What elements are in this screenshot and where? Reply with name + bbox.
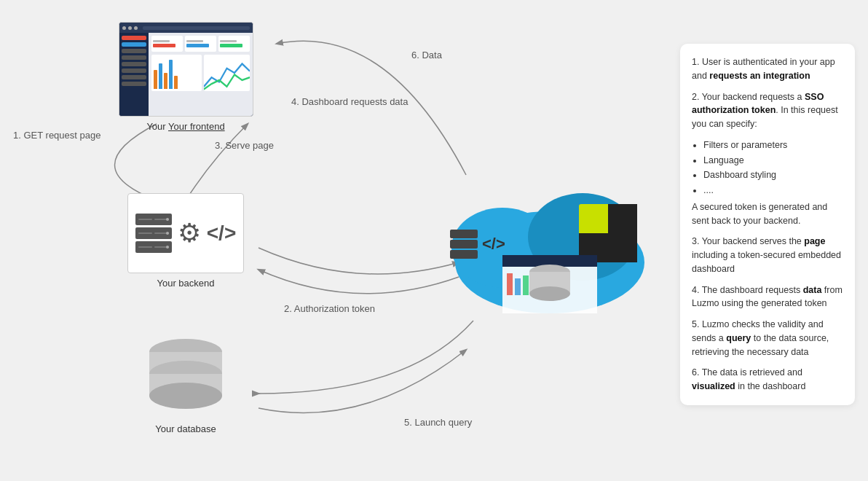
svg-rect-9: [515, 278, 521, 295]
svg-point-16: [529, 286, 570, 301]
backend-icon: ⚙ </>: [127, 193, 244, 273]
info-item4: 4. The dashboard requests data from Luzm…: [692, 283, 843, 311]
bullet-language: Language: [703, 154, 843, 168]
diagram-container: 1. GET request page 2. Authorization tok…: [0, 0, 868, 481]
info-bullets: Filters or parameters Language Dashboard…: [703, 138, 843, 198]
step4-label: 4. Dashboard requests data: [291, 96, 408, 107]
info-item5: 5. Luzmo checks the validity and sends a…: [692, 318, 843, 359]
info-item6: 6. The data is retrieved and visualized …: [692, 366, 843, 394]
step3-label: 3. Serve page: [215, 140, 274, 151]
database-icon: [142, 332, 229, 419]
frontend-node: Your Your frontend: [113, 22, 259, 132]
gear-icon: ⚙: [178, 218, 201, 249]
info-item3: 3. Your backend serves the page includin…: [692, 235, 843, 275]
step2-label: 2. Authorization token: [284, 303, 375, 314]
luzmo-node: </>: [437, 160, 663, 313]
code-icon: </>: [207, 222, 236, 245]
info-item1: 1. User is authenticated in your app and…: [692, 55, 843, 83]
bullet-filters: Filters or parameters: [703, 138, 843, 152]
frontend-screenshot: [119, 22, 253, 117]
info-panel: 1. User is authenticated in your app and…: [680, 44, 855, 405]
backend-label: Your backend: [113, 278, 259, 289]
svg-rect-8: [507, 273, 513, 295]
database-node: Your database: [113, 332, 259, 434]
bullet-styling: Dashboard styling: [703, 168, 843, 182]
svg-point-21: [149, 383, 222, 409]
step1-label: 1. GET request page: [13, 130, 100, 141]
frontend-link: Your frontend: [168, 121, 225, 132]
frontend-label: Your Your frontend: [113, 121, 259, 132]
step5-label: 5. Launch query: [404, 417, 472, 428]
step6-label: 6. Data: [411, 50, 442, 60]
info-item2: 2. Your backend requests a SSO authoriza…: [692, 90, 843, 131]
backend-node: ⚙ </> Your backend: [113, 193, 259, 289]
bullet-more: ....: [703, 184, 843, 198]
database-label: Your database: [113, 423, 259, 434]
